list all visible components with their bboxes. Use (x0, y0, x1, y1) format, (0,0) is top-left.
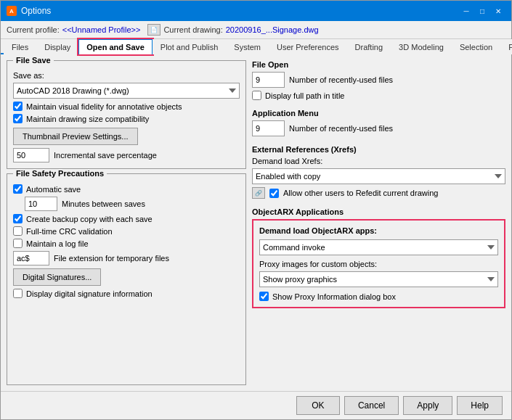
show-proxy-info-row: Show Proxy Information dialog box (259, 292, 498, 301)
current-drawing-label: Current drawing: (163, 25, 222, 34)
maintain-drawing-row: Maintain drawing size compatibility (13, 114, 240, 123)
profile-bar: Current profile: <<Unnamed Profile>> 📄 C… (1, 21, 511, 39)
allow-refedit-label: Allow other users to Refedit current dra… (283, 189, 438, 197)
proxy-images-label: Proxy images for custom objects: (259, 260, 498, 268)
file-open-section: File Open Number of recently-used files … (252, 60, 505, 100)
file-save-title: File Save (13, 56, 54, 65)
file-safety-group: File Safety Precautions Automatic save M… (7, 173, 246, 385)
thumbnail-preview-button[interactable]: Thumbnail Preview Settings... (13, 128, 138, 145)
xrefs-demand-load-dropdown[interactable]: Enabled with copy (252, 168, 505, 184)
minutes-input[interactable] (25, 197, 57, 211)
incremental-save-label: Incremental save percentage (54, 151, 157, 160)
maintain-fidelity-checkbox[interactable] (13, 102, 23, 111)
xref-icon: 🔗 (252, 187, 265, 199)
maintain-fidelity-row: Maintain visual fidelity for annotative … (13, 102, 240, 111)
help-button[interactable]: Help (457, 396, 503, 415)
current-drawing-value: 20200916_...Signage.dwg (226, 25, 319, 34)
tab-user-prefs[interactable]: User Preferences (269, 39, 347, 54)
apply-button[interactable]: Apply (403, 396, 452, 415)
app-menu-section: Application Menu Number of recently-used… (252, 109, 505, 136)
current-profile-value[interactable]: <<Unnamed Profile>> (62, 25, 141, 34)
digital-signatures-button[interactable]: Digital Signatures... (13, 268, 101, 286)
tab-open-save[interactable]: Open and Save (78, 39, 152, 54)
maintain-fidelity-label: Maintain visual fidelity for annotative … (26, 102, 182, 111)
demand-load-xrefs-label: Demand load Xrefs: (252, 157, 505, 165)
display-digital-checkbox[interactable] (13, 289, 23, 298)
objectarx-title: ObjectARX Applications (252, 207, 505, 216)
main-content: File Save Save as: AutoCAD 2018 Drawing … (1, 54, 511, 391)
ext-label: File extension for temporary files (54, 254, 169, 263)
title-bar: A Options ─ □ ✕ (1, 1, 511, 21)
show-proxy-info-checkbox[interactable] (259, 292, 269, 301)
minimize-button[interactable]: ─ (459, 4, 474, 17)
log-checkbox[interactable] (13, 239, 23, 248)
drawing-icon: 📄 (147, 24, 160, 36)
file-open-recent-label: Number of recently-used files (289, 75, 393, 84)
tab-drafting[interactable]: Drafting (347, 39, 391, 54)
maintain-drawing-checkbox[interactable] (13, 114, 23, 123)
demand-load-objectarx-label: Demand load ObjectARX apps: (259, 226, 498, 235)
right-panel: File Open Number of recently-used files … (252, 60, 505, 385)
window-title: Options (21, 6, 51, 16)
save-as-row: Save as: (13, 71, 240, 80)
backup-label: Create backup copy with each save (26, 215, 153, 223)
crc-checkbox[interactable] (13, 226, 23, 236)
app-menu-recent-input[interactable] (252, 120, 285, 136)
save-as-dropdown[interactable]: AutoCAD 2018 Drawing (*.dwg) (13, 83, 240, 99)
maximize-button[interactable]: □ (475, 4, 489, 17)
tab-plot[interactable]: Plot and Publish (153, 39, 227, 54)
display-full-path-row: Display full path in title (252, 91, 505, 100)
save-as-dropdown-row: AutoCAD 2018 Drawing (*.dwg) (13, 83, 240, 99)
log-label: Maintain a log file (26, 239, 89, 248)
tab-selection[interactable]: Selection (452, 39, 500, 54)
current-profile-label: Current profile: (7, 25, 60, 34)
crc-label: Full-time CRC validation (26, 227, 113, 236)
proxy-images-dropdown[interactable]: Show proxy graphics (259, 271, 498, 287)
title-bar-left: A Options (7, 6, 51, 16)
proxy-images-row: Show proxy graphics (259, 271, 498, 287)
close-button[interactable]: ✕ (491, 4, 505, 17)
tab-system[interactable]: System (226, 39, 269, 54)
digital-sig-btn-row: Digital Signatures... (13, 268, 240, 286)
allow-refedit-row: 🔗 Allow other users to Refedit current d… (252, 187, 505, 199)
file-save-group: File Save Save as: AutoCAD 2018 Drawing … (7, 60, 246, 169)
allow-refedit-checkbox[interactable] (269, 189, 279, 198)
current-profile-section: Current profile: <<Unnamed Profile>> (7, 25, 140, 34)
display-full-path-label: Display full path in title (265, 91, 344, 100)
file-open-label: File Open (252, 60, 505, 69)
auto-save-label: Automatic save (26, 185, 81, 194)
display-digital-label: Display digital signature information (26, 289, 153, 298)
app-menu-label: Application Menu (252, 109, 505, 118)
auto-save-row: Automatic save (13, 184, 240, 194)
tab-files[interactable]: Files (4, 39, 36, 54)
external-refs-label: External References (Xrefs) (252, 145, 505, 154)
current-drawing-section: 📄 Current drawing: 20200916_...Signage.d… (147, 24, 318, 36)
app-menu-recent-row: Number of recently-used files (252, 120, 505, 136)
incremental-save-row: Incremental save percentage (13, 148, 240, 162)
minutes-label: Minutes between saves (62, 199, 145, 208)
ok-button[interactable]: OK (296, 396, 340, 415)
tab-profiles[interactable]: Profiles (500, 39, 512, 54)
tab-display[interactable]: Display (36, 39, 78, 54)
options-window: A Options ─ □ ✕ Current profile: <<Unnam… (0, 0, 512, 420)
backup-checkbox[interactable] (13, 214, 23, 223)
show-proxy-info-label: Show Proxy Information dialog box (272, 292, 396, 301)
left-panel: File Save Save as: AutoCAD 2018 Drawing … (7, 60, 246, 385)
ext-input[interactable] (13, 251, 49, 265)
app-icon: A (7, 6, 17, 16)
thumbnail-btn-row: Thumbnail Preview Settings... (13, 128, 240, 145)
file-safety-title: File Safety Precautions (13, 169, 107, 178)
log-row: Maintain a log file (13, 239, 240, 248)
incremental-save-input[interactable] (13, 148, 49, 162)
objectarx-demand-load-dropdown[interactable]: Command invoke (259, 239, 498, 255)
footer-bar: OK Cancel Apply Help (1, 391, 511, 419)
objectarx-section: ObjectARX Applications Demand load Objec… (252, 207, 505, 308)
display-full-path-checkbox[interactable] (252, 91, 261, 100)
crc-row: Full-time CRC validation (13, 226, 240, 236)
auto-save-checkbox[interactable] (13, 184, 23, 194)
maintain-drawing-label: Maintain drawing size compatibility (26, 115, 149, 123)
tab-3d-modeling[interactable]: 3D Modeling (391, 39, 452, 54)
cancel-button[interactable]: Cancel (344, 396, 399, 415)
file-open-recent-input[interactable] (252, 72, 285, 88)
minutes-row: Minutes between saves (25, 197, 240, 211)
